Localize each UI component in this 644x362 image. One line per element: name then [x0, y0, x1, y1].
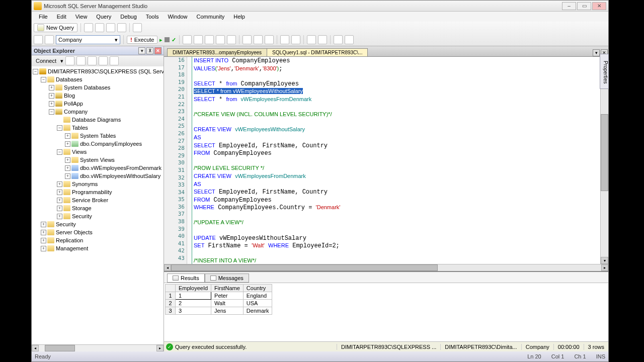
- execute-button[interactable]: ! Execute: [127, 36, 157, 44]
- tree-replication[interactable]: Replication: [56, 237, 83, 243]
- hscroll-thumb[interactable]: [171, 264, 438, 271]
- status-server: DIMITARPETR893C\SQLEXPRESS ...: [337, 344, 440, 350]
- titlebar[interactable]: Microsoft SQL Server Management Studio –…: [32, 1, 608, 12]
- tree-tables[interactable]: Tables: [72, 125, 88, 131]
- success-icon: ✓: [166, 343, 173, 350]
- include-stats-icon[interactable]: [227, 35, 236, 44]
- tree-management[interactable]: Management: [56, 245, 88, 251]
- filter-icon[interactable]: [99, 56, 108, 65]
- tree-storage[interactable]: Storage: [72, 205, 92, 211]
- tree-sysdb[interactable]: System Databases: [64, 84, 110, 90]
- maximize-button[interactable]: ▭: [577, 2, 591, 10]
- results-grid[interactable]: EmployeeIdFirstNameCountry11PeterEngland…: [164, 283, 608, 341]
- tree-systables[interactable]: System Tables: [80, 133, 116, 139]
- menu-file[interactable]: File: [35, 13, 52, 21]
- stop-connect-icon[interactable]: [76, 56, 86, 65]
- folder-icon: [63, 149, 70, 155]
- menu-view[interactable]: View: [71, 13, 92, 21]
- saveall-icon[interactable]: [106, 23, 115, 32]
- panel-dropdown-icon[interactable]: ▾: [138, 47, 145, 54]
- grid-icon: [173, 276, 179, 281]
- results-text-icon[interactable]: [243, 35, 252, 44]
- tree-serverobjects[interactable]: Server Objects: [56, 229, 93, 235]
- sql-editor[interactable]: INSERT INTO CompanyEmployeesVALUES('Jens…: [192, 57, 600, 264]
- tab-dropdown-icon[interactable]: ▾: [593, 49, 600, 56]
- tree-pollapp[interactable]: PollApp: [64, 101, 83, 107]
- tree-server[interactable]: DIMITARPETR893C\SQLEXPRESS (SQL Server 1…: [48, 68, 164, 74]
- include-plan-icon[interactable]: [216, 35, 225, 44]
- editor-hscroll[interactable]: ◂ ▸: [164, 264, 608, 271]
- new-query-button[interactable]: New Query: [34, 23, 77, 32]
- panel-close-icon[interactable]: ✕: [154, 47, 162, 54]
- close-button[interactable]: ✕: [592, 2, 606, 10]
- specify-values-icon[interactable]: [334, 35, 343, 44]
- tree-synonyms[interactable]: Synonyms: [72, 181, 98, 187]
- tree-databases[interactable]: Databases: [56, 76, 83, 82]
- tab-results[interactable]: Results: [167, 274, 205, 283]
- tree-programmability[interactable]: Programmability: [72, 189, 112, 195]
- oe-search-icon[interactable]: [110, 56, 119, 65]
- parse-icon[interactable]: ✓: [172, 37, 176, 43]
- activity-icon[interactable]: [133, 23, 142, 32]
- save-icon[interactable]: [95, 23, 104, 32]
- database-dropdown[interactable]: Company ▾: [56, 35, 120, 44]
- status-db: Company: [521, 344, 553, 350]
- menu-window[interactable]: Window: [164, 13, 191, 21]
- intellisense-icon[interactable]: [205, 35, 214, 44]
- properties-tab[interactable]: Properties: [600, 54, 609, 89]
- tree-views[interactable]: Views: [72, 149, 87, 155]
- tree-vw-denmark[interactable]: dbo.vWEmployeesFromDenmark: [80, 165, 162, 171]
- menu-edit[interactable]: Edit: [53, 13, 70, 21]
- open-icon[interactable]: [84, 23, 93, 32]
- scroll-down-icon[interactable]: ▾: [601, 257, 608, 264]
- pin-icon[interactable]: ⊼: [146, 47, 153, 54]
- tree-security-db[interactable]: Security: [72, 213, 92, 219]
- query-options-icon[interactable]: [194, 35, 203, 44]
- comment-icon[interactable]: [280, 35, 289, 44]
- database-icon: [55, 101, 62, 107]
- estimated-plan-icon[interactable]: [183, 35, 192, 44]
- tree-vw-nosalary[interactable]: dbo.vWEmployeesWithoutSalary: [80, 173, 160, 179]
- indent-icon[interactable]: [307, 35, 316, 44]
- window-title: Microsoft SQL Server Management Studio: [44, 3, 562, 9]
- disconnect-icon[interactable]: [65, 56, 74, 65]
- view-icon: [71, 173, 78, 179]
- tree-companyemp[interactable]: dbo.CompanyEmployees: [80, 141, 142, 147]
- oe-hscroll[interactable]: ◂ ▸: [32, 344, 164, 351]
- tab-sqlquery1[interactable]: SQLQuery1.sql - DIMITARPETR893C\...: [267, 48, 368, 56]
- scroll-right-icon[interactable]: ▸: [156, 345, 164, 351]
- scroll-left-icon[interactable]: ◂: [164, 264, 171, 271]
- menu-community[interactable]: Community: [193, 13, 229, 21]
- tab-messages[interactable]: Messages: [205, 274, 249, 283]
- debug-icon[interactable]: ▸: [159, 37, 163, 43]
- change-conn-icon[interactable]: [34, 35, 43, 44]
- tab-company-employees[interactable]: DIMITARPETR893...ompanyEmployees: [167, 48, 267, 56]
- stop-icon[interactable]: [165, 37, 170, 42]
- results-grid-icon[interactable]: [254, 35, 263, 44]
- tree-dbdiagrams[interactable]: Database Diagrams: [72, 117, 121, 123]
- tree-security[interactable]: Security: [56, 221, 76, 227]
- fold-margin[interactable]: [187, 57, 192, 264]
- uncomment-icon[interactable]: [291, 35, 300, 44]
- vscroll-thumb[interactable]: [601, 114, 608, 192]
- template-params-icon[interactable]: [345, 35, 354, 44]
- menu-debug[interactable]: Debug: [116, 13, 140, 21]
- available-db-icon[interactable]: [45, 35, 54, 44]
- refresh-icon[interactable]: [88, 56, 97, 65]
- scroll-left-icon[interactable]: ◂: [32, 345, 39, 351]
- tree-servicebroker[interactable]: Service Broker: [72, 197, 108, 203]
- new-query-label: New Query: [46, 25, 74, 31]
- tree-blog[interactable]: Blog: [64, 93, 75, 99]
- results-file-icon[interactable]: [265, 35, 274, 44]
- print-icon[interactable]: [117, 23, 126, 32]
- scroll-right-icon[interactable]: ▸: [601, 264, 608, 271]
- menu-help[interactable]: Help: [229, 13, 249, 21]
- menu-tools[interactable]: Tools: [142, 13, 163, 21]
- connect-button[interactable]: Connect: [34, 57, 58, 64]
- menu-query[interactable]: Query: [92, 13, 115, 21]
- outdent-icon[interactable]: [318, 35, 327, 44]
- tree-company[interactable]: Company: [64, 109, 88, 115]
- tree-sysviews[interactable]: System Views: [80, 157, 115, 163]
- object-tree[interactable]: −DIMITARPETR893C\SQLEXPRESS (SQL Server …: [32, 66, 164, 344]
- minimize-button[interactable]: –: [562, 2, 576, 10]
